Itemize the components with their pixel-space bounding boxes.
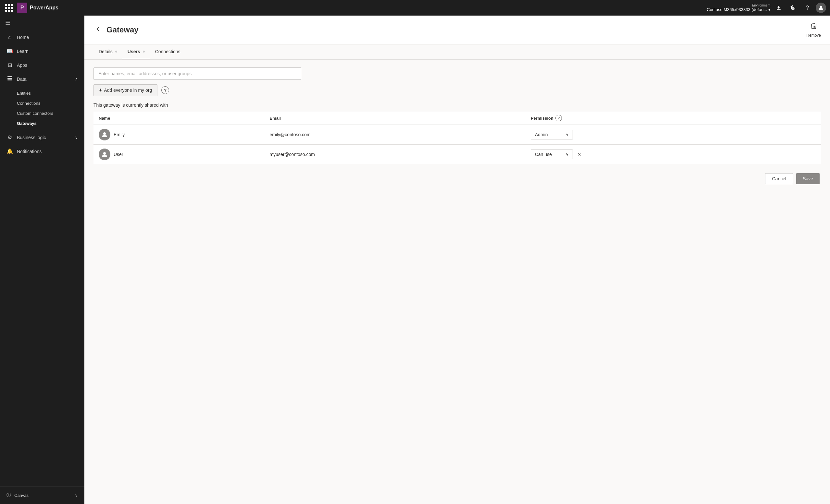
user-email-cell-emily: emily@contoso.com (264, 125, 525, 145)
sidebar-item-business-logic-label: Business logic (17, 135, 46, 140)
business-logic-chevron-icon: ∨ (75, 135, 78, 140)
user-avatar[interactable] (816, 3, 826, 13)
top-nav: P PowerApps Environment Contoso M365x933… (0, 0, 830, 15)
sidebar-item-business-logic[interactable]: ⚙ Business logic ∨ (0, 130, 85, 144)
sidebar-item-data[interactable]: Data ∧ (0, 72, 85, 86)
user-avatar-user (99, 148, 110, 160)
canvas-icon: ⓘ (6, 492, 11, 498)
env-chevron: ▾ (768, 7, 770, 12)
user-avatar-emily (99, 129, 110, 140)
brand-initial: P (21, 5, 24, 11)
settings-button[interactable] (787, 2, 799, 13)
main-content: Gateway Remove Details (85, 15, 830, 504)
th-email: Email (264, 111, 525, 125)
env-name: Contoso M365x933833 (defau... (707, 7, 767, 12)
sidebar-item-canvas[interactable]: ⓘ Canvas ∨ (0, 489, 85, 501)
permission-chevron-icon: ∨ (566, 132, 569, 137)
table-row: User myuser@contoso.com Can use ∨ ✕ (94, 145, 821, 164)
user-name-emily: Emily (114, 132, 125, 137)
connections-label: Connections (17, 101, 40, 106)
data-chevron-icon: ∧ (75, 77, 78, 81)
table-row: Emily emily@contoso.com Admin ∨ (94, 125, 821, 145)
data-submenu: Entities Connections Custom connectors G… (0, 86, 85, 130)
content-body: + Add everyone in my org ? This gateway … (85, 60, 830, 504)
sidebar: ☰ ⌂ Home 📖 Learn ⊞ Apps Data ∧ Entities (0, 15, 85, 504)
permission-dropdown-user[interactable]: Can use ∨ (531, 149, 573, 159)
add-everyone-help-icon[interactable]: ? (161, 86, 169, 94)
sidebar-item-learn-label: Learn (17, 48, 29, 54)
user-email-cell-user: myuser@contoso.com (264, 145, 525, 164)
canvas-label: Canvas (14, 493, 29, 498)
tab-details-dot (115, 51, 117, 53)
trash-icon (810, 22, 818, 32)
permission-help-icon[interactable]: ? (555, 115, 562, 121)
header-left: Gateway (94, 25, 138, 35)
hamburger-icon: ☰ (5, 20, 10, 27)
custom-connectors-label: Custom connectors (17, 111, 53, 116)
remove-user-user-button[interactable]: ✕ (576, 150, 583, 158)
sidebar-item-custom-connectors[interactable]: Custom connectors (0, 108, 85, 119)
cancel-button[interactable]: Cancel (765, 173, 793, 184)
brand: P PowerApps (17, 3, 58, 13)
brand-name: PowerApps (30, 5, 58, 11)
th-name: Name (94, 111, 264, 125)
sidebar-item-gateways[interactable]: Gateways (0, 119, 85, 128)
permission-value-emily: Admin (535, 132, 548, 137)
sidebar-item-data-label: Data (17, 76, 27, 82)
tab-connections-label: Connections (155, 49, 181, 54)
notifications-icon: 🔔 (6, 148, 13, 155)
user-permission-cell-user: Can use ∨ ✕ (525, 145, 821, 164)
remove-button[interactable]: Remove (806, 22, 821, 38)
sidebar-item-entities[interactable]: Entities (0, 88, 85, 98)
table-header-row: Name Email Permission ? (94, 111, 821, 125)
svg-rect-0 (777, 9, 781, 10)
shared-with-text: This gateway is currently shared with (94, 102, 821, 108)
sidebar-menu-toggle[interactable]: ☰ (0, 15, 85, 31)
svg-rect-2 (7, 76, 12, 77)
back-button[interactable] (94, 25, 103, 35)
sidebar-item-learn[interactable]: 📖 Learn (0, 44, 85, 58)
tab-details[interactable]: Details (94, 44, 122, 59)
add-everyone-button[interactable]: + Add everyone in my org (94, 84, 157, 96)
permission-dropdown-emily[interactable]: Admin ∨ (531, 130, 573, 139)
entities-label: Entities (17, 91, 31, 96)
svg-point-1 (820, 6, 822, 8)
sidebar-item-notifications[interactable]: 🔔 Notifications (0, 144, 85, 158)
add-everyone-label: Add everyone in my org (104, 88, 152, 93)
waffle-menu[interactable] (4, 3, 14, 13)
business-logic-icon: ⚙ (6, 134, 13, 140)
sidebar-bottom: ⓘ Canvas ∨ (0, 486, 85, 504)
svg-rect-3 (7, 78, 12, 79)
help-button[interactable]: ? (801, 2, 813, 13)
gateways-label: Gateways (17, 121, 37, 126)
user-name-cell: User (94, 145, 264, 164)
tab-details-label: Details (99, 49, 113, 54)
svg-point-6 (103, 152, 106, 155)
remove-label: Remove (806, 33, 821, 38)
learn-icon: 📖 (6, 48, 13, 54)
add-org-row: + Add everyone in my org ? (94, 84, 821, 96)
tab-users-label: Users (128, 49, 140, 54)
top-nav-icons: ? (773, 2, 826, 13)
th-name-label: Name (99, 116, 110, 121)
environment-selector[interactable]: Environment Contoso M365x933833 (defau..… (707, 4, 770, 12)
tab-users-dot (143, 51, 145, 53)
sidebar-item-home[interactable]: ⌂ Home (0, 31, 85, 44)
tab-users[interactable]: Users (122, 44, 150, 59)
permission-chevron-icon: ∨ (566, 152, 569, 157)
sidebar-item-apps[interactable]: ⊞ Apps (0, 58, 85, 72)
plus-icon: + (99, 87, 102, 93)
user-permission-cell-emily: Admin ∨ (525, 125, 821, 145)
sidebar-item-home-label: Home (17, 35, 29, 40)
download-button[interactable] (773, 2, 785, 13)
permission-value-user: Can use (535, 152, 552, 157)
data-icon (6, 76, 13, 82)
tab-connections[interactable]: Connections (150, 44, 186, 59)
search-users-input[interactable] (94, 67, 301, 80)
sidebar-item-connections[interactable]: Connections (0, 98, 85, 108)
save-button[interactable]: Save (796, 173, 820, 184)
content-header: Gateway Remove (85, 15, 830, 44)
action-row: Cancel Save (94, 173, 821, 184)
sidebar-item-apps-label: Apps (17, 63, 27, 68)
home-icon: ⌂ (6, 34, 13, 40)
